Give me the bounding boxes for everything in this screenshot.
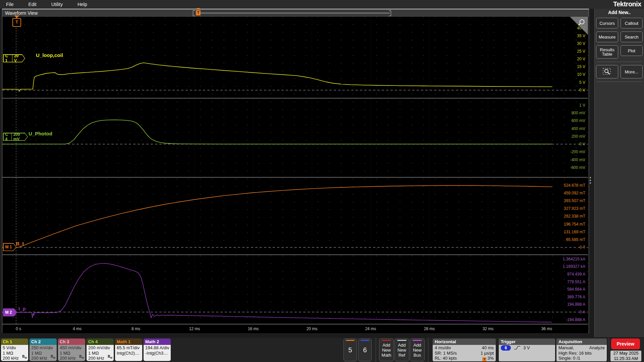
channel-badge-M2[interactable]: M 2	[3, 308, 17, 316]
axis-label: 1.364215 kA	[542, 257, 585, 261]
channel-badge-C1[interactable]: C 120 V	[3, 54, 25, 62]
add-new-ref-button[interactable]: Add New Ref	[394, 339, 409, 361]
datetime-display[interactable]: 27 May 2025 11:25:33 AM	[610, 351, 641, 361]
axis-label: 400 mV	[542, 127, 585, 131]
measure-button[interactable]: Measure	[596, 32, 618, 42]
axis-label: 524.676 mT	[542, 183, 585, 187]
channel-badge-header: Ch 2	[30, 339, 57, 345]
channel-badge-body: 5 V/div1 MΩ200 kHzBW	[1, 345, 28, 361]
overview-record-line	[200, 13, 390, 13]
group-number: 5	[348, 346, 352, 354]
time-label: 28 ms	[418, 326, 441, 331]
add-new-math-button[interactable]: Add New Math	[379, 339, 394, 361]
channel-setting: 200 mV/div	[88, 345, 114, 351]
separator	[376, 338, 376, 362]
group-number: 6	[363, 346, 367, 354]
channel-badge-body: 200 mV/div1 MΩ200 kHzBW	[87, 345, 114, 361]
channel-setting: 5 V/div	[3, 345, 28, 351]
channel-badge-header: Ch 1	[1, 339, 28, 345]
marquee-zoom-icon	[602, 68, 612, 76]
axis-label: -200 mV	[542, 150, 585, 154]
axis-label: 196.754 mT	[542, 222, 585, 226]
more-button[interactable]: More...	[621, 65, 643, 78]
time-label: 8 ms	[124, 326, 148, 331]
add-new-bus-button[interactable]: Add New Bus	[410, 339, 425, 361]
channel-badge-ch1[interactable]: Ch 15 V/div1 MΩ200 kHzBW	[1, 339, 28, 361]
add-new-panel: Add New.. CursorsCalloutMeasureSearchRes…	[594, 9, 644, 337]
channel-badge-M1[interactable]: M 1	[3, 243, 16, 251]
channel-badge-body: 65.5 mT/divIntg(Ch2)…	[115, 345, 142, 361]
results-table-button[interactable]: Results Table	[596, 45, 618, 59]
axis-label: 0 T	[542, 245, 585, 249]
badge-id: M 2	[4, 310, 13, 315]
waveform-label-U_Photod: U_Photod	[29, 131, 52, 136]
date-text: 27 May 2025	[610, 351, 641, 356]
channel-badge-body: 450 mV/div1 MΩ200 kHzBW	[58, 345, 85, 361]
menu-item-utility[interactable]: Utility	[51, 2, 63, 7]
acquisition-mode: Manual,	[558, 345, 574, 351]
callout-button[interactable]: Callout	[621, 18, 643, 28]
channel-badge-ch4[interactable]: Ch 4200 mV/div1 MΩ200 kHzBW	[87, 339, 114, 361]
menu-bar: FileEditUtilityHelp Tektronix	[0, 0, 644, 9]
axis-label: 200 mV	[542, 134, 585, 138]
menu-item-help[interactable]: Help	[77, 2, 87, 7]
channel-setting: Intg(Ch2)…	[117, 351, 142, 356]
panel-splitter-handle[interactable]	[590, 176, 592, 185]
badge-scale: 20 V	[12, 54, 25, 63]
search-button[interactable]: Search	[621, 32, 643, 42]
graticule[interactable]: T 40 V35 V30 V25 V20 V15 V10 V5 V0 VU_lo…	[2, 17, 588, 324]
horizontal-position-overview[interactable]: T	[190, 9, 395, 17]
time-axis: 0 s4 ms8 ms12 ms16 ms20 ms24 ms28 ms32 m…	[2, 324, 588, 333]
channel-badge-math2[interactable]: Math 2194.88 A/div-Intg(Ch3…	[144, 339, 171, 361]
add-button-label: Add New Ref	[397, 343, 406, 358]
group-color-stripe	[346, 340, 355, 341]
plot-button[interactable]: Plot	[621, 45, 643, 56]
acquisition-panel[interactable]: Acquisition Manual,Analyze High Res: 16 …	[556, 339, 607, 361]
time-label: 32 ms	[476, 326, 500, 331]
badge-inner: M 2	[4, 309, 17, 316]
time-label: 20 ms	[300, 326, 324, 331]
cursors-button[interactable]: Cursors	[596, 18, 618, 28]
waveform-group-button-6[interactable]: 6	[358, 339, 372, 361]
channel-badge-math1[interactable]: Math 165.5 mT/divIntg(Ch2)…	[115, 339, 142, 361]
channel-badge-ch3[interactable]: Ch 3450 mV/div1 MΩ200 kHzBW	[58, 339, 85, 361]
menu-item-file[interactable]: File	[6, 2, 14, 7]
waveform-view-title: Waveform View	[5, 10, 38, 16]
horizontal-panel[interactable]: Horizontal 4 ms/div40 ms SR: 1 MS/s1 µs/…	[433, 339, 496, 361]
trigger-position-percent: T3%	[482, 356, 494, 361]
channel-setting: 250 mV/div	[31, 345, 57, 351]
channel-badge-body: 250 mV/div1 MΩ200 kHzBW	[30, 345, 57, 361]
menu-item-edit[interactable]: Edit	[29, 2, 37, 7]
divider	[597, 81, 642, 82]
bandwidth-icon: BW	[51, 354, 55, 361]
waveform-traces	[2, 17, 588, 324]
waveform-group-button-5[interactable]: 5	[343, 339, 357, 361]
waveform-label-B_t: B_t	[16, 241, 24, 246]
overview-left-bracket	[193, 10, 195, 16]
waveform-view: Waveform View T T 40 V35 V30 V25 V20 V15…	[2, 9, 589, 333]
divider	[597, 62, 642, 62]
acquisition-panel-title: Acquisition	[556, 339, 607, 345]
overview-trigger-marker[interactable]: T	[196, 10, 201, 15]
sample-interval: 1 µs/pt	[481, 351, 494, 356]
channel-badge-C4[interactable]: C 4200 mV	[3, 133, 28, 141]
axis-label: 15 V	[542, 65, 585, 69]
badge-id: C 4	[4, 132, 12, 141]
preview-button[interactable]: Preview	[611, 339, 640, 349]
record-length: RL: 40 kpts	[435, 356, 457, 361]
channel-badge-ch2[interactable]: Ch 2250 mV/div1 MΩ200 kHzBW	[30, 339, 57, 361]
axis-label: -600 mV	[542, 166, 585, 170]
button-color-stripe	[413, 340, 422, 341]
badge-id: C 1	[4, 54, 12, 63]
time-label: 4 ms	[65, 326, 89, 331]
trigger-panel[interactable]: Trigger 6 3 V	[499, 339, 555, 361]
trace-U_Photod	[2, 120, 552, 144]
trigger-panel-title: Trigger	[499, 339, 555, 345]
trigger-position-flag[interactable]: T	[12, 18, 21, 27]
add-button-label: Add New Math	[382, 343, 391, 358]
axis-label: 327.923 mT	[542, 206, 585, 210]
marquee-zoom-button[interactable]	[596, 65, 618, 78]
axis-label: 1.169327 kA	[542, 264, 585, 268]
badge-inner: C 120 V	[4, 55, 25, 62]
bandwidth-icon: BW	[22, 354, 27, 361]
